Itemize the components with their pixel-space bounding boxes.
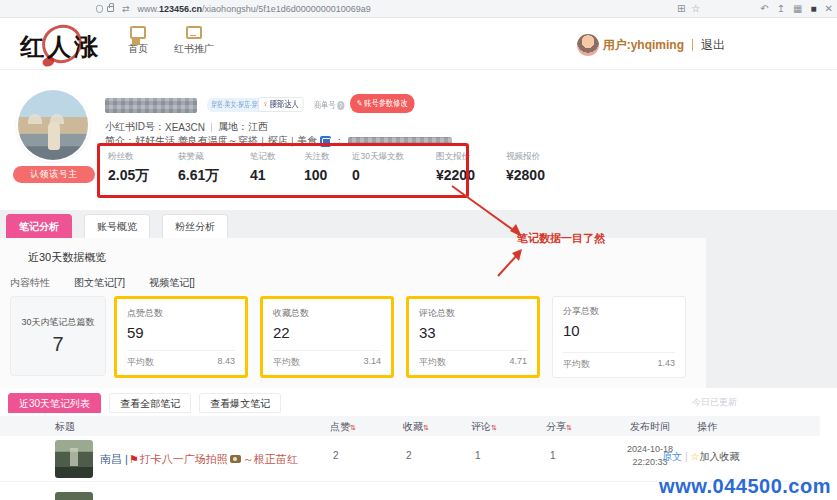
overview-panel: 近30天数据概览 内容特性 图文笔记[7] 视频笔记[] 30天内笔记总篇数 7…	[0, 238, 706, 388]
bio-text: 好好生活 善良有温度～穿搭｜探店｜美食	[135, 134, 317, 148]
overview-title: 近30天数据概览	[28, 250, 106, 265]
cell-comments: 1	[475, 450, 481, 461]
stat-likes-collects: 获赞藏6.61万	[178, 151, 250, 185]
flag-icon: ⚑	[129, 453, 139, 465]
cell-collects: 2	[406, 450, 412, 461]
tab-fan-analysis[interactable]: 粉丝分析	[162, 214, 228, 238]
watermark-url: www.044500.com	[659, 475, 831, 498]
profile-stats-row: 粉丝数2.05万 获赞藏6.61万 笔记数41 关注数100 近30天爆文数0 …	[108, 151, 568, 185]
site-logo[interactable]: 红人涨	[16, 24, 128, 66]
annotation-text: 笔记数据一目了然	[517, 231, 605, 246]
stat-image-price: 图文报价¥2200	[436, 151, 506, 185]
browser-address-bar: ⇄ www.123456.cn/xiaohongshu/5f1e1d6d0000…	[0, 0, 837, 18]
blogger-avatar[interactable]	[18, 90, 88, 160]
stat-viral-notes: 近30天爆文数0	[352, 151, 436, 185]
note-app-icon	[320, 136, 331, 147]
blurred-bio-handle	[348, 137, 452, 146]
stat-followers: 粉丝数2.05万	[108, 151, 178, 185]
main-nav: 首页 红书推广	[128, 26, 214, 56]
tab-30day-notes[interactable]: 近30天笔记列表	[8, 393, 101, 413]
url-field[interactable]: www.123456.cn/xiaohongshu/5f1e1d6d000000…	[138, 4, 371, 14]
notes-table-tabs: 近30天笔记列表 查看全部笔记 查看爆文笔记	[8, 393, 289, 413]
logo-text: 红人涨	[20, 31, 101, 63]
stat-following: 关注数100	[304, 151, 352, 185]
xhs-id-value: XEA3CN	[165, 122, 205, 133]
promotion-book-icon	[186, 26, 202, 39]
share-icon[interactable]: ↥	[777, 3, 785, 14]
divider	[692, 39, 693, 51]
col-shares-sort[interactable]: 分享⇅	[546, 420, 571, 434]
divider: |	[685, 451, 688, 462]
logout-button[interactable]: 退出	[701, 37, 725, 54]
nav-item-home[interactable]: 首页	[128, 26, 148, 56]
stat-notes: 笔记数41	[250, 151, 304, 185]
tab-viral-notes[interactable]: 查看爆文笔记	[199, 393, 281, 413]
home-monitor-icon	[130, 26, 146, 39]
star-icon: ☆	[691, 451, 700, 462]
col-action: 操作	[697, 420, 717, 434]
tab-switch-icon[interactable]: ⇄	[122, 4, 130, 14]
reader-mode-icon[interactable]: ⊞	[677, 3, 685, 14]
blurred-name	[105, 98, 197, 113]
user-area: 用户:yhqiming 退出	[577, 34, 725, 56]
divider	[211, 123, 212, 132]
add-favorite-link[interactable]: 加入收藏	[700, 451, 740, 462]
profile-bio-row: 简介：好好生活 善良有温度～穿搭｜探店｜美食 ：	[105, 134, 452, 148]
lock-icon[interactable]	[107, 6, 114, 12]
pin-icon: ♀	[263, 98, 268, 111]
bookmark-star-icon[interactable]: ☆	[691, 3, 700, 14]
help-icon[interactable]: ?	[337, 101, 344, 110]
metric-cards-row: 30天内笔记总篇数 7 点赞总数 59 平均数8.43 收藏总数 22 平均数3…	[10, 296, 698, 378]
sort-icon: ⇅	[350, 424, 355, 431]
note-title-link[interactable]: 南昌 |⚑打卡八一广场拍照～根正苗红	[100, 452, 298, 467]
comments-total-card: 评论总数 33 平均数4.71	[406, 296, 540, 378]
profile-id-row: 小红书ID号：XEA3CN 属地：江西	[105, 120, 268, 134]
updated-status: 今日已更新	[692, 396, 737, 409]
biz-order-label[interactable]: 商单号 ?	[314, 99, 344, 112]
collects-total-card: 收藏总数 22 平均数3.14	[260, 296, 394, 378]
col-title: 标题	[55, 420, 75, 434]
pencil-icon: ✎	[357, 99, 363, 108]
site-header: 红人涨 首页 红书推广 用户:yhqiming 退出	[0, 18, 837, 70]
stat-video-price: 视频报价¥2800	[506, 151, 568, 185]
region-value: 江西	[248, 120, 268, 134]
sort-icon: ⇅	[491, 424, 496, 431]
filter-video-notes[interactable]: 视频笔记[]	[149, 276, 195, 290]
tab-all-notes[interactable]: 查看全部笔记	[109, 393, 191, 413]
col-publish-time: 发布时间	[630, 420, 670, 434]
tab-account-overview[interactable]: 账号概览	[84, 214, 150, 238]
overview-filters: 内容特性 图文笔记[7] 视频笔记[]	[10, 276, 195, 290]
downloads-icon[interactable]: ▦	[793, 3, 802, 14]
col-comments-sort[interactable]: 评论⇅	[471, 420, 496, 434]
filter-image-notes[interactable]: 图文笔记[7]	[74, 276, 125, 290]
col-collects-sort[interactable]: 收藏⇅	[403, 420, 428, 434]
camera-icon	[230, 455, 241, 463]
extension-icon[interactable]: ■	[811, 3, 817, 14]
sort-icon: ⇅	[423, 424, 428, 431]
user-avatar[interactable]	[577, 34, 599, 56]
nav-item-promotion[interactable]: 红书推广	[174, 26, 214, 56]
site-info-icon[interactable]	[96, 5, 103, 13]
note-thumbnail[interactable]	[55, 440, 93, 478]
original-link[interactable]: 原文	[662, 451, 682, 462]
table-header-row: 标题 点赞⇅ 收藏⇅ 评论⇅ 分享⇅ 发布时间 操作	[0, 416, 820, 436]
profile-section: 认领该号主 穿搭-美女-探店-穿搭博主 ♀ 腰部达人 商单号 ? ✎账号参数修改…	[0, 72, 837, 212]
edit-params-button[interactable]: ✎账号参数修改	[350, 94, 414, 113]
note-thumbnail-partial[interactable]	[55, 492, 93, 500]
cell-likes: 2	[333, 450, 339, 461]
total-notes-card: 30天内笔记总篇数 7	[10, 296, 106, 376]
tab-note-analysis[interactable]: 笔记分析	[6, 214, 72, 238]
back-icon[interactable]: ↶	[760, 3, 768, 14]
user-name: 用户:yhqiming	[603, 37, 684, 54]
analysis-tabs: 笔记分析 账号概览 粉丝分析	[6, 214, 240, 238]
likes-total-card: 点赞总数 59 平均数8.43	[114, 296, 248, 378]
cell-shares: 1	[550, 450, 556, 461]
col-likes-sort[interactable]: 点赞⇅	[330, 420, 355, 434]
app-root: ⇄ www.123456.cn/xiaohongshu/5f1e1d6d0000…	[0, 0, 837, 500]
talent-tier-badge: ♀ 腰部达人	[258, 97, 303, 112]
claim-account-button[interactable]: 认领该号主	[13, 166, 95, 183]
cell-actions: 原文|☆加入收藏	[662, 450, 740, 464]
close-icon[interactable]: ✕	[825, 3, 833, 14]
filter-content-traits[interactable]: 内容特性	[10, 276, 50, 290]
sort-icon: ⇅	[566, 424, 571, 431]
